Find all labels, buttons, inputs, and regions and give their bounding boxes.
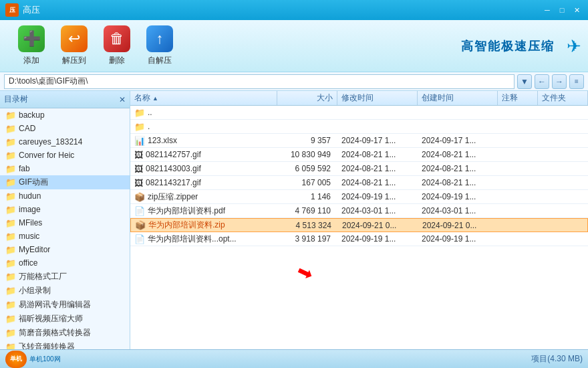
file-name: . [148, 122, 150, 131]
table-row[interactable]: 📁. [130, 120, 588, 134]
table-row[interactable]: 🖼0821143003.gif6 059 5922024-08-21 1...2… [130, 162, 588, 176]
file-name: 123.xlsx [148, 136, 177, 145]
cell-modified: 2024-08-21 1... [337, 177, 418, 188]
sidebar-item-17[interactable]: 📁飞转音频转换器 [0, 340, 130, 349]
file-area: 名称 ▲ 大小 修改时间 创建时间 注释 文件夹 [130, 91, 588, 349]
folder-icon: 📁 [5, 286, 16, 296]
file-name: 0821143217.gif [146, 178, 201, 187]
cell-name: 📁. [130, 121, 277, 132]
add-icon: ➕ [18, 25, 45, 52]
add-button[interactable]: ➕ 添加 [10, 21, 53, 70]
sidebar-item-label: MyEditor [19, 245, 50, 254]
sidebar-item-2[interactable]: 📁careuyes_183214 [0, 135, 130, 149]
dropdown-button[interactable]: ▼ [517, 74, 532, 89]
cell-created: 2024-03-01 1... [418, 205, 498, 216]
sidebar-item-13[interactable]: 📁小组录制 [0, 284, 130, 298]
cell-comment [498, 225, 539, 226]
sidebar-item-5[interactable]: 📁GIF动画 [0, 175, 130, 189]
cell-size: 6 059 592 [277, 163, 337, 174]
minimize-button[interactable]: ─ [541, 4, 553, 16]
table-row[interactable]: 🖼0821142757.gif10 830 9492024-08-21 1...… [130, 148, 588, 162]
sidebar-item-7[interactable]: 📁image [0, 203, 130, 216]
extract-button[interactable]: ↩ 解压到 [53, 21, 96, 70]
forward-button[interactable]: → [552, 74, 567, 89]
table-row[interactable]: 🖼0821143217.gif167 0052024-08-21 1...202… [130, 176, 588, 190]
back-button[interactable]: ← [535, 74, 549, 89]
sidebar-item-4[interactable]: 📁fab [0, 162, 130, 175]
cell-modified: 2024-03-01 1... [337, 205, 418, 216]
sidebar-close-icon[interactable]: ✕ [119, 95, 126, 104]
status-logo: 单机 [5, 351, 27, 368]
sidebar-item-16[interactable]: 📁简磨音频格式转换器 [0, 326, 130, 340]
cell-folder [538, 154, 588, 155]
sidebar-item-0[interactable]: 📁backup [0, 108, 130, 122]
col-header-name[interactable]: 名称 ▲ [130, 91, 277, 105]
delete-button[interactable]: 🗑 删除 [96, 21, 138, 70]
sort-arrow-name: ▲ [152, 95, 158, 102]
col-header-size[interactable]: 大小 [277, 91, 337, 105]
address-input[interactable] [4, 74, 514, 89]
cell-modified [337, 126, 418, 127]
sidebar-item-9[interactable]: 📁music [0, 229, 130, 243]
sidebar-item-label: music [19, 232, 39, 241]
folder-icon: 📁 [5, 151, 16, 161]
add-label: 添加 [23, 55, 39, 66]
table-row[interactable]: 📊123.xlsx9 3572024-09-17 1...2024-09-17 … [130, 134, 588, 148]
table-row[interactable]: 📁.. [130, 106, 588, 120]
cell-folder [538, 168, 588, 169]
col-header-comment[interactable]: 注释 [498, 91, 538, 105]
cell-comment [498, 238, 538, 240]
cell-modified: 2024-08-21 1... [337, 149, 418, 160]
sidebar-item-3[interactable]: 📁Conver for Heic [0, 149, 130, 162]
cell-name: 🖼0821142757.gif [130, 149, 277, 161]
file-type-icon: 📁 [134, 122, 145, 132]
sidebar-item-12[interactable]: 📁万能格式工厂 [0, 270, 130, 284]
extract-label: 解压到 [62, 55, 86, 66]
status-items-info: 项目(4.30 MB) [531, 353, 583, 365]
sidebar-item-11[interactable]: 📁office [0, 256, 130, 270]
cell-created [418, 112, 498, 113]
sidebar-item-10[interactable]: 📁MyEditor [0, 243, 130, 256]
maximize-button[interactable]: □ [556, 4, 568, 16]
table-row[interactable]: 📄华为内部培训资料.pdf4 769 1102024-03-01 1...202… [130, 204, 588, 218]
sidebar-item-label: backup [19, 110, 45, 120]
col-header-modified[interactable]: 修改时间 [337, 91, 418, 105]
sidebar-item-15[interactable]: 📁福昕视频压缩大师 [0, 312, 130, 326]
file-type-icon: 🖼 [134, 178, 143, 188]
table-row[interactable]: 📦华为内部培训资料.zip4 513 3242024-09-21 0...202… [130, 218, 588, 232]
cell-created: 2024-08-21 1... [418, 163, 498, 174]
table-row[interactable]: 📦zip压缩.zipper1 1462024-09-19 1...2024-09… [130, 190, 588, 204]
sidebar-item-label: careuyes_183214 [19, 137, 82, 147]
sidebar-item-8[interactable]: 📁MFiles [0, 216, 130, 229]
col-header-created[interactable]: 创建时间 [418, 91, 498, 105]
sidebar-item-14[interactable]: 📁易游网讯专用编辑器 [0, 298, 130, 312]
sidebar-item-label: CAD [19, 124, 35, 133]
cell-folder [538, 238, 588, 240]
cell-comment [498, 112, 538, 113]
file-type-icon: 🖼 [134, 150, 143, 160]
menu-button[interactable]: ≡ [569, 74, 584, 89]
folder-icon: 📁 [5, 137, 16, 147]
folder-icon: 📁 [5, 124, 16, 134]
file-type-icon: 📦 [135, 220, 146, 230]
cell-created: 2024-09-17 1... [418, 135, 498, 146]
file-type-icon: 📄 [134, 234, 145, 244]
selfextract-button[interactable]: ↑ 自解压 [138, 21, 181, 70]
cell-modified: 2024-09-19 1... [337, 191, 418, 202]
logo-line1: 单机 [10, 356, 22, 363]
col-header-folder[interactable]: 文件夹 [538, 91, 588, 105]
cell-comment [498, 168, 538, 169]
sidebar-item-6[interactable]: 📁hudun [0, 189, 130, 203]
sidebar-item-1[interactable]: 📁CAD [0, 122, 130, 135]
table-row[interactable]: 📄华为内部培训资料...opt...3 918 1972024-09-19 1.… [130, 232, 588, 246]
main-content: 目录树 ✕ 📁backup📁CAD📁careuyes_183214📁Conver… [0, 91, 588, 349]
file-name: zip压缩.zipper [148, 191, 198, 203]
cell-folder [538, 182, 588, 183]
cell-name: 📁.. [130, 107, 277, 118]
file-list-header: 名称 ▲ 大小 修改时间 创建时间 注释 文件夹 [130, 91, 588, 106]
folder-icon: 📁 [5, 314, 16, 324]
toolbar: ➕ 添加 ↩ 解压到 🗑 删除 ↑ 自解压 高智能极速压缩 ✈ [0, 20, 588, 72]
close-button[interactable]: ✕ [571, 4, 583, 16]
cell-created: 2024-09-19 1... [418, 191, 498, 202]
cell-name: 📦华为内部培训资料.zip [131, 219, 278, 232]
